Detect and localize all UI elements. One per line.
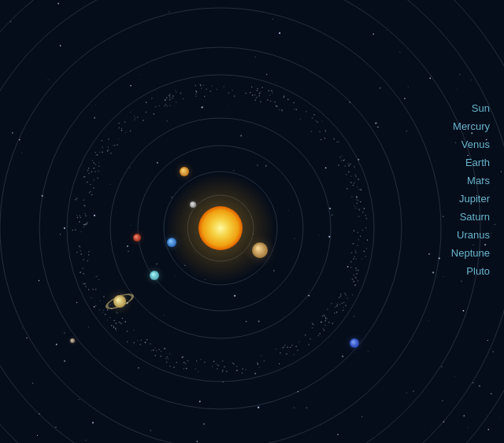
legend-item-mercury[interactable]: Mercury bbox=[451, 120, 490, 132]
legend-item-jupiter[interactable]: Jupiter bbox=[451, 193, 490, 205]
legend: SunMercuryVenusEarthMarsJupiterSaturnUra… bbox=[451, 102, 490, 277]
legend-item-neptune[interactable]: Neptune bbox=[451, 247, 490, 259]
legend-item-saturn[interactable]: Saturn bbox=[451, 211, 490, 223]
legend-item-earth[interactable]: Earth bbox=[451, 157, 490, 168]
legend-item-uranus[interactable]: Uranus bbox=[451, 229, 490, 241]
legend-item-mars[interactable]: Mars bbox=[451, 175, 490, 186]
legend-item-venus[interactable]: Venus bbox=[451, 138, 490, 150]
legend-item-sun[interactable]: Sun bbox=[451, 102, 490, 114]
legend-item-pluto[interactable]: Pluto bbox=[451, 265, 490, 277]
